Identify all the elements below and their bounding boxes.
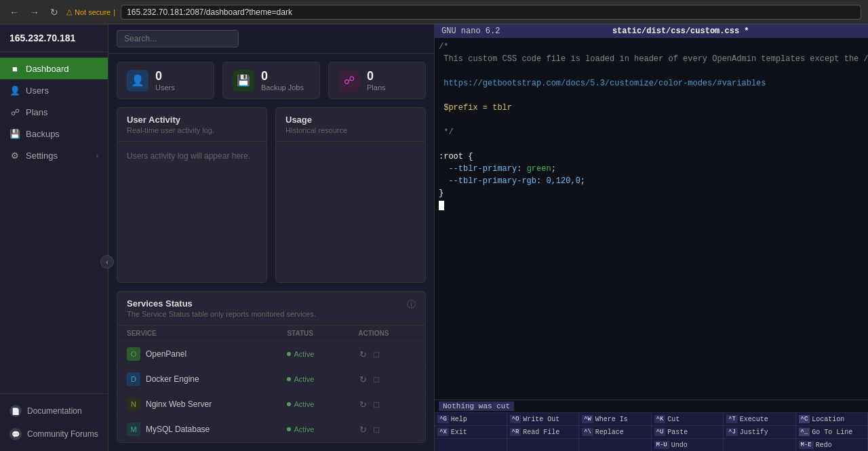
users-stat-icon: 👤	[127, 70, 149, 92]
backups-icon: 💾	[9, 128, 20, 139]
documentation-link[interactable]: 📄 Documentation	[0, 399, 108, 423]
shortcut-replace[interactable]: ^\Replace	[579, 425, 652, 438]
shortcut-paste[interactable]: ^UPaste	[652, 425, 724, 438]
nano-shortcuts: ^GHelp ^OWrite Out ^WWhere Is ^KCut ^TEx…	[435, 412, 868, 451]
docker-icon: D	[127, 372, 140, 386]
shortcut-execute[interactable]: ^TExecute	[724, 412, 796, 425]
sidebar-item-settings[interactable]: ⚙ Settings ›	[0, 144, 108, 166]
nginx-icon: N	[127, 397, 140, 411]
user-activity-body: Users activity log will appear here.	[117, 142, 267, 282]
search-bar	[108, 24, 434, 54]
sidebar-nav: ■ Dashboard 👤 Users ☍ Plans 💾 Backups ⚙ …	[0, 52, 108, 393]
warning-icon: △	[66, 7, 72, 16]
shortcut-redo[interactable]: M-ERedo	[796, 438, 869, 451]
nano-editor[interactable]: GNU nano 6.2 static/dist/css/custom.css …	[434, 24, 868, 451]
backup-stat-icon: 💾	[233, 70, 254, 92]
plans-icon: ☍	[9, 106, 20, 117]
user-activity-title: User Activity	[127, 115, 257, 125]
stop-button[interactable]: □	[372, 398, 380, 411]
shortcut-write[interactable]: ^OWrite Out	[507, 412, 580, 425]
backup-label: Backup Jobs	[261, 83, 304, 92]
table-row: OOpenPanel Active ↻□	[117, 342, 425, 367]
refresh-button[interactable]: ↻	[47, 5, 61, 19]
nano-line: $prefix = tblr	[439, 102, 864, 114]
openpanel-icon: O	[127, 347, 140, 361]
nano-line	[439, 138, 864, 151]
nano-status-message: Nothing was cut	[439, 401, 514, 411]
separator: |	[113, 8, 115, 16]
status-badge: Active	[287, 400, 339, 408]
services-subtitle: The Service Status table only reports mo…	[127, 310, 316, 318]
shortcut-goto[interactable]: ^_Go To Line	[796, 425, 869, 438]
stop-button[interactable]: □	[372, 373, 380, 386]
panels-row: User Activity Real-time user activity lo…	[108, 107, 434, 291]
usage-panel: Usage Historical resource	[275, 107, 426, 283]
info-icon[interactable]: ⓘ	[407, 298, 416, 311]
nano-status-bar: Nothing was cut	[435, 399, 868, 412]
restart-button[interactable]: ↻	[358, 398, 368, 411]
sidebar-footer: 📄 Documentation 💬 Community Forums	[0, 393, 108, 451]
back-button[interactable]: ←	[7, 5, 22, 19]
community-link[interactable]: 💬 Community Forums	[0, 423, 108, 446]
usage-subtitle: Historical resource	[285, 126, 416, 134]
shortcut-undo[interactable]: M-UUndo	[652, 438, 724, 451]
table-row: NNginx Web Server Active ↻□	[117, 392, 425, 417]
nano-line: --tblr-primary-rgb: 0,120,0;	[439, 175, 864, 187]
users-count: 0	[155, 69, 175, 83]
services-table: SERVICE STATUS ACTIONS OOpenPanel Active…	[117, 326, 425, 442]
shortcut-justify[interactable]: ^JJustify	[724, 425, 796, 438]
service-col-header: SERVICE	[117, 326, 277, 342]
plans-label: Plans	[367, 83, 386, 92]
services-panel: Services Status The Service Status table…	[117, 291, 426, 443]
settings-icon: ⚙	[9, 150, 20, 161]
stop-button[interactable]: □	[372, 348, 380, 361]
actions-col-header: ACTIONS	[349, 326, 425, 342]
sidebar-item-backups[interactable]: 💾 Backups	[0, 123, 108, 144]
plans-stat-icon: ☍	[338, 70, 360, 92]
user-activity-panel: User Activity Real-time user activity lo…	[117, 107, 267, 283]
stat-card-users: 👤 0 Users	[117, 62, 214, 99]
dashboard-icon: ■	[9, 63, 20, 74]
forward-button[interactable]: →	[27, 5, 42, 19]
stop-button[interactable]: □	[372, 423, 380, 436]
status-badge: Active	[287, 375, 339, 383]
usage-body	[276, 142, 425, 282]
user-activity-subtitle: Real-time user activity log.	[127, 126, 257, 134]
search-input[interactable]	[117, 30, 239, 47]
restart-button[interactable]: ↻	[358, 373, 368, 386]
nano-line: */	[439, 126, 864, 138]
main-content: 👤 0 Users 💾 0 Backup Jobs ☍ 0 Plans	[108, 24, 434, 451]
nano-filename: static/dist/css/custom.css *	[612, 26, 749, 36]
shortcut-read[interactable]: ^RRead File	[507, 425, 580, 438]
mysql-icon: M	[127, 423, 140, 436]
nano-app-name: GNU nano 6.2	[441, 26, 500, 36]
shortcut-location[interactable]: ^CLocation	[796, 412, 869, 425]
restart-button[interactable]: ↻	[358, 423, 368, 436]
sidebar-logo: 165.232.70.181	[0, 24, 108, 52]
address-bar[interactable]	[121, 5, 861, 20]
shortcut-where[interactable]: ^WWhere Is	[579, 412, 652, 425]
shortcut-help[interactable]: ^GHelp	[435, 412, 507, 425]
nano-line	[439, 65, 864, 77]
shortcut-exit[interactable]: ^XExit	[435, 425, 507, 438]
shortcut-empty4	[724, 438, 796, 451]
users-icon: 👤	[9, 85, 20, 96]
nano-footer: Nothing was cut ^GHelp ^OWrite Out ^WWhe…	[435, 399, 868, 451]
sidebar-item-users[interactable]: 👤 Users	[0, 79, 108, 101]
shortcut-empty1	[435, 438, 507, 451]
stat-card-plans: ☍ 0 Plans	[328, 62, 426, 99]
security-badge: △ Not secure |	[66, 7, 115, 16]
sidebar-item-dashboard[interactable]: ■ Dashboard	[0, 58, 108, 79]
restart-button[interactable]: ↻	[358, 348, 368, 361]
shortcut-cut[interactable]: ^KCut	[652, 412, 724, 425]
sidebar-item-plans[interactable]: ☍ Plans	[0, 101, 108, 123]
sidebar-collapse-button[interactable]: ‹	[100, 255, 114, 269]
users-label: Users	[155, 83, 175, 92]
nano-line: }	[439, 187, 864, 199]
table-row: MMySQL Database Active ↻□	[117, 417, 425, 442]
nano-line: --tblr-primary: green;	[439, 163, 864, 175]
nano-line: :root {	[439, 151, 864, 163]
nano-line: /*	[439, 41, 864, 53]
nano-content[interactable]: /* This custom CSS code file is loaded i…	[435, 38, 868, 399]
status-col-header: STATUS	[277, 326, 349, 342]
